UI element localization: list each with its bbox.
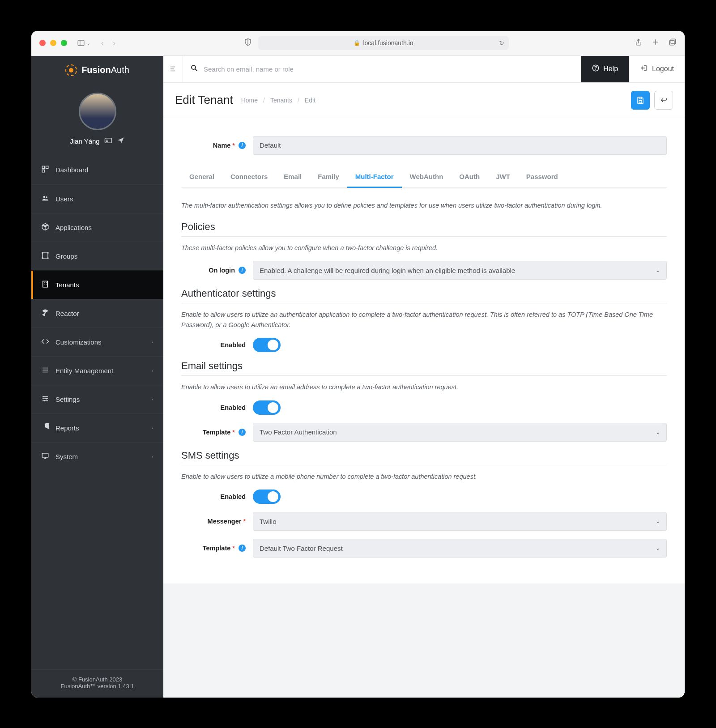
sms-messenger-select[interactable]: Twilio ⌄ (253, 512, 667, 531)
sidebar-item-label: Reactor (55, 310, 79, 317)
sidebar-item-dashboard[interactable]: Dashboard (31, 156, 163, 184)
svg-point-22 (43, 396, 45, 397)
svg-point-10 (46, 196, 47, 198)
forward-button[interactable]: › (110, 38, 118, 48)
version-text: FusionAuth™ version 1.43.1 (31, 683, 163, 690)
sidebar-item-tenants[interactable]: Tenants (31, 270, 163, 299)
email-enabled-toggle[interactable] (253, 400, 281, 415)
svg-point-23 (46, 398, 47, 399)
sms-enabled-toggle[interactable] (253, 490, 281, 504)
help-button[interactable]: Help (581, 56, 629, 82)
logout-button[interactable]: Logout (629, 56, 685, 82)
tabs: General Connectors Email Family Multi-Fa… (181, 166, 667, 188)
code-icon (41, 337, 49, 347)
svg-rect-28 (639, 97, 642, 99)
heading-authenticator: Authenticator settings (181, 288, 667, 303)
traffic-lights (39, 40, 67, 46)
sms-template-select[interactable]: Default Two Factor Request ⌄ (253, 539, 667, 558)
sidebar-item-label: Dashboard (55, 166, 88, 174)
shield-icon[interactable] (244, 38, 252, 48)
authenticator-enabled-toggle[interactable] (253, 338, 281, 352)
name-input[interactable]: Default (253, 136, 667, 155)
svg-rect-8 (42, 170, 44, 172)
sidebar-item-users[interactable]: Users (31, 184, 163, 213)
address-bar[interactable]: 🔒 local.fusionauth.io ↻ (258, 36, 509, 50)
close-window-icon[interactable] (39, 40, 46, 46)
breadcrumb: Home / Tenants / Edit (241, 97, 315, 104)
sidebar-toggle-icon[interactable]: ⌄ (77, 39, 90, 47)
tab-multi-factor[interactable]: Multi-Factor (347, 166, 402, 187)
tab-jwt[interactable]: JWT (488, 166, 518, 187)
tab-general[interactable]: General (181, 166, 222, 187)
collapse-sidebar-button[interactable] (163, 56, 183, 82)
sidebar-item-entity-management[interactable]: Entity Management ‹ (31, 356, 163, 385)
sidebar-item-applications[interactable]: Applications (31, 213, 163, 242)
reload-icon[interactable]: ↻ (499, 39, 504, 47)
nav: Dashboard Users Applications Groups Tena… (31, 156, 163, 669)
share-icon[interactable] (635, 38, 643, 48)
back-button[interactable] (654, 91, 673, 110)
sidebar-item-label: Applications (55, 224, 92, 231)
enabled-label: Enabled (221, 493, 246, 500)
tab-oauth[interactable]: OAuth (451, 166, 488, 187)
sms-template-value: Default Two Factor Request (260, 545, 343, 552)
name-label: Name (213, 142, 231, 149)
page-title: Edit Tenant (175, 93, 233, 107)
logout-icon (639, 64, 648, 74)
content: Name* i Default General Connectors Email (163, 118, 685, 698)
messenger-label: Messenger (208, 518, 242, 525)
back-button[interactable]: ‹ (98, 38, 107, 48)
sidebar-item-reports[interactable]: Reports ‹ (31, 413, 163, 442)
avatar[interactable] (79, 93, 116, 130)
svg-rect-11 (43, 253, 48, 258)
sidebar-item-system[interactable]: System ‹ (31, 442, 163, 471)
minimize-window-icon[interactable] (50, 40, 56, 46)
svg-point-5 (106, 139, 107, 140)
sidebar-item-label: System (55, 453, 78, 460)
tab-webauthn[interactable]: WebAuthn (402, 166, 452, 187)
svg-rect-19 (44, 284, 45, 285)
crumb-home[interactable]: Home (241, 97, 258, 104)
building-icon (41, 280, 49, 289)
tab-connectors[interactable]: Connectors (222, 166, 276, 187)
svg-rect-3 (669, 40, 674, 45)
id-card-icon[interactable] (104, 136, 112, 146)
authenticator-desc: Enable to allow users to utilize an auth… (181, 310, 667, 330)
copyright-text: © FusionAuth 2023 (31, 676, 163, 683)
tab-password[interactable]: Password (518, 166, 566, 187)
help-icon (592, 64, 600, 74)
info-icon[interactable]: i (239, 545, 246, 552)
sidebar-item-settings[interactable]: Settings ‹ (31, 385, 163, 413)
info-icon[interactable]: i (239, 142, 246, 149)
tab-email[interactable]: Email (276, 166, 310, 187)
users-icon (41, 194, 49, 204)
chevron-down-icon: ⌄ (656, 267, 660, 273)
on-login-select[interactable]: Enabled. A challenge will be required du… (253, 261, 667, 280)
row-sms-messenger: Messenger* Twilio ⌄ (181, 512, 667, 531)
maximize-window-icon[interactable] (61, 40, 67, 46)
crumb-tenants[interactable]: Tenants (270, 97, 292, 104)
sidebar-item-label: Entity Management (55, 367, 113, 375)
sidebar-item-label: Reports (55, 424, 79, 432)
sidebar-item-label: Groups (55, 252, 77, 260)
new-tab-icon[interactable] (652, 38, 660, 48)
sidebar-footer: © FusionAuth 2023 FusionAuth™ version 1.… (31, 669, 163, 698)
sidebar-item-customizations[interactable]: Customizations ‹ (31, 328, 163, 356)
sms-desc: Enable to allow users to utilize a mobil… (181, 472, 667, 481)
row-email-template: Template* i Two Factor Authentication ⌄ (181, 423, 667, 442)
object-group-icon (41, 251, 49, 261)
email-template-select[interactable]: Two Factor Authentication ⌄ (253, 423, 667, 442)
info-icon[interactable]: i (239, 429, 246, 436)
chevron-left-icon: ‹ (152, 396, 153, 402)
radiation-icon (41, 309, 49, 318)
brand-logo[interactable]: FusionAuth (31, 56, 163, 85)
save-button[interactable] (631, 91, 650, 110)
search-input[interactable] (204, 56, 574, 82)
tab-family[interactable]: Family (310, 166, 347, 187)
info-icon[interactable]: i (239, 267, 246, 274)
location-arrow-icon[interactable] (117, 136, 125, 146)
tabs-icon[interactable] (669, 38, 677, 48)
svg-rect-15 (47, 257, 49, 259)
sidebar-item-reactor[interactable]: Reactor (31, 299, 163, 328)
sidebar-item-groups[interactable]: Groups (31, 242, 163, 270)
